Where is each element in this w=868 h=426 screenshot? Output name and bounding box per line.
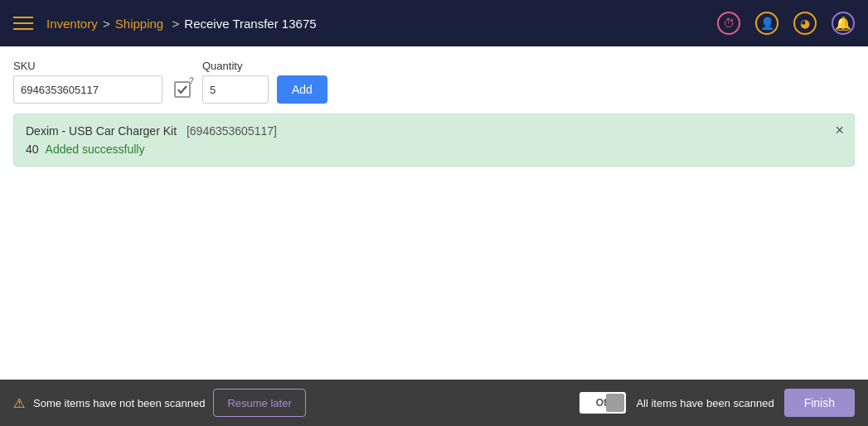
header-left: Inventory > Shipping > Receive Transfer … (13, 17, 317, 31)
resume-later-button[interactable]: Resume later (213, 389, 305, 417)
result-card: Dexim - USB Car Charger Kit [69463536051… (13, 114, 855, 167)
finish-button[interactable]: Finish (784, 389, 855, 417)
hamburger-menu[interactable] (13, 17, 33, 30)
header-icons: ⏱ 👤 ◕ 🔔 (717, 12, 855, 35)
result-status-message: Added successfully (46, 143, 145, 156)
header: Inventory > Shipping > Receive Transfer … (0, 0, 868, 46)
warning-icon: ⚠ (13, 395, 25, 411)
result-quantity: 40 (26, 143, 39, 156)
sku-label: SKU (13, 60, 162, 72)
breadcrumb-shipping[interactable]: Shipping (115, 17, 163, 31)
sku-field-group: SKU (13, 60, 162, 104)
breadcrumb: Inventory > Shipping > Receive Transfer … (46, 17, 317, 31)
check-icon (174, 81, 191, 98)
user-icon[interactable]: 👤 (755, 12, 778, 35)
result-product-name: Dexim - USB Car Charger Kit [69463536051… (26, 124, 842, 138)
clock-icon[interactable]: ⏱ (717, 12, 740, 35)
breadcrumb-sep1: > (103, 17, 110, 31)
sku-input[interactable] (13, 75, 162, 104)
result-close-button[interactable]: × (835, 123, 844, 138)
product-name-text: Dexim - USB Car Charger Kit (26, 124, 177, 138)
product-sku-text: [6946353605117] (187, 124, 277, 138)
quantity-input[interactable] (202, 75, 269, 104)
toggle-knob (606, 394, 624, 412)
quantity-field-group: Quantity (202, 60, 269, 104)
quantity-label: Quantity (202, 60, 269, 72)
breadcrumb-sep2b: > (172, 17, 179, 31)
pie-icon[interactable]: ◕ (793, 12, 817, 35)
breadcrumb-inventory[interactable]: Inventory (46, 17, 98, 31)
footer-warning-text: Some items have not been scanned (33, 397, 205, 409)
all-scanned-toggle[interactable]: Off (579, 392, 626, 414)
form-row: SKU Quantity Add (13, 60, 855, 104)
check-icon-wrapper[interactable] (171, 75, 194, 104)
breadcrumb-current: Receive Transfer 13675 (184, 17, 316, 31)
bell-icon[interactable]: 🔔 (832, 12, 855, 35)
footer-right: Off All items have been scanned Finish (579, 389, 855, 417)
footer-left: ⚠ Some items have not been scanned Resum… (13, 389, 306, 417)
footer: ⚠ Some items have not been scanned Resum… (0, 380, 868, 426)
all-scanned-text: All items have been scanned (636, 397, 773, 409)
main-content: SKU Quantity Add Dexim - USB Car Charger… (0, 46, 868, 380)
result-status-row: 40 Added successfully (26, 143, 842, 156)
add-button[interactable]: Add (277, 75, 327, 104)
